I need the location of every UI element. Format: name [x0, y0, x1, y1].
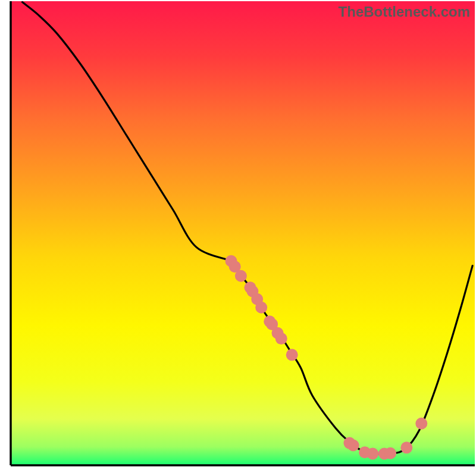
watermark-text: TheBottleneck.com — [339, 4, 470, 20]
data-marker — [347, 439, 359, 451]
data-marker — [235, 270, 247, 282]
data-marker — [255, 302, 267, 314]
bottleneck-chart — [0, 0, 476, 476]
data-marker — [275, 333, 287, 345]
chart-container: TheBottleneck.com — [0, 0, 476, 476]
data-marker — [384, 447, 396, 459]
data-marker — [367, 448, 378, 460]
data-marker — [400, 441, 412, 453]
data-marker — [286, 349, 298, 361]
data-marker — [415, 418, 427, 430]
plot-background — [11, 1, 475, 465]
